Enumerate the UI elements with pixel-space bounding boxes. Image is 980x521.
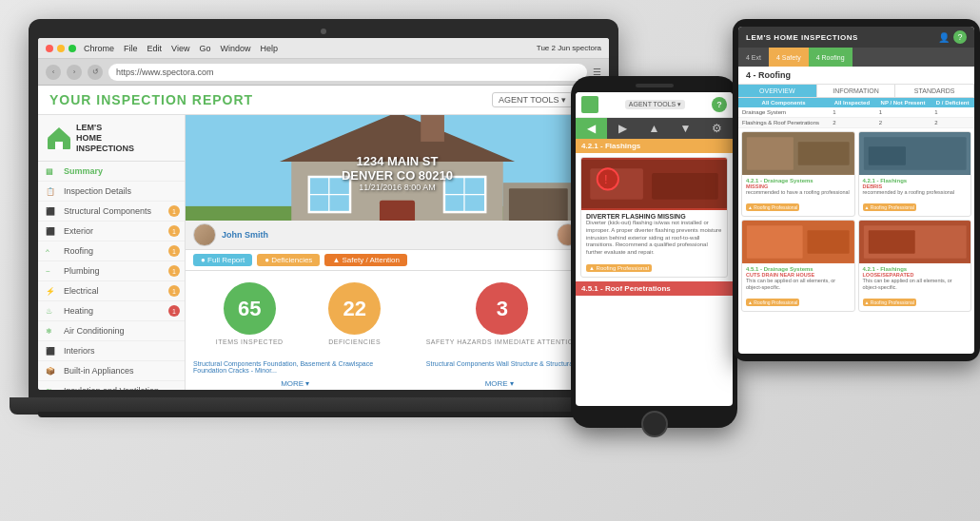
insulation-icon: ≋ (46, 387, 59, 390)
tablet-badge-3: ▲ Roofing Professional (746, 299, 799, 306)
phone-logo (581, 96, 598, 113)
report-tabs: ● Full Report ● Deficiencies ▲ Safety / … (186, 250, 609, 271)
sidebar-item-plumbing[interactable]: ~ Plumbing 1 (38, 261, 185, 281)
tab-safety[interactable]: ▲ Safety / Attention (324, 254, 407, 266)
phone-card-body-1: DIVERTER FLASHING MISSING Diverter (kick… (581, 210, 727, 277)
phone-card-img-1: ! (581, 158, 727, 210)
mac-menu-chrome[interactable]: Chrome (84, 44, 114, 53)
mac-menu-file[interactable]: File (124, 44, 138, 53)
main-content: 1234 MAIN ST DENVER CO 80210 11/21/2016 … (186, 115, 609, 390)
sidebar-item-insulation[interactable]: ≋ Insulation and Ventilation (38, 381, 185, 390)
tablet-card-3: 4.5.1 - Drainage Systems CUTS DRAIN NEAR… (741, 220, 855, 312)
tablet-tab-safety[interactable]: 4 Safety (769, 48, 809, 67)
sidebar-item-air[interactable]: ❄ Air Conditioning (38, 321, 185, 341)
structural-badge: 1 (168, 205, 180, 217)
tablet-sub-tab-information[interactable]: INFORMATION (817, 85, 896, 97)
tablet-user-icon[interactable]: 👤 (938, 32, 950, 43)
svg-rect-32 (808, 230, 850, 253)
refresh-button[interactable]: ↺ (88, 65, 103, 80)
sidebar-item-heating[interactable]: ♨ Heating 1 (38, 301, 185, 321)
phone-nav-settings[interactable]: ⚙ (701, 118, 733, 139)
stat-value-deficiencies: 22 (328, 282, 381, 335)
phone-help-button[interactable]: ? (712, 97, 727, 112)
tablet-tab-ext[interactable]: 4 Ext (738, 48, 769, 67)
svg-rect-35 (868, 230, 914, 253)
phone-nav-tabs: ◀ ▶ ▲ ▼ ⚙ (576, 118, 733, 139)
more-link-1[interactable]: MORE ▾ (281, 379, 309, 388)
phone-screen: AGENT TOOLS ▾ ? ◀ ▶ ▲ ▼ ⚙ 4.2.1 - Flashi… (576, 92, 733, 406)
tablet-screen: LEM'S HOME INSPECTIONS 👤 ? 4 Ext 4 Safet… (738, 27, 974, 354)
tablet-help-icon[interactable]: ? (953, 30, 967, 44)
plumbing-badge: 1 (168, 265, 180, 277)
tablet-card-img-2 (859, 132, 971, 175)
address-city: DENVER CO 80210 (342, 168, 453, 183)
sidebar-item-inspection-details[interactable]: 📋 Inspection Details (38, 182, 185, 202)
heating-icon: ♨ (46, 307, 59, 316)
table-cell-f3: 2 (931, 118, 974, 128)
stat-deficiencies: 22 DEFICIENCIES (328, 282, 381, 345)
phone-card-text-1: Diverter (kick-out) flashing is/was not … (586, 220, 722, 257)
tablet-card-4: 4.2.1 - Flashings LOOSE/SEPARATED This c… (858, 220, 972, 312)
mac-menu-view[interactable]: View (171, 44, 189, 53)
mac-menu-window[interactable]: Window (220, 44, 250, 53)
phone-nav-up[interactable]: ▲ (638, 118, 670, 139)
tab-deficiencies[interactable]: ● Deficiencies (257, 254, 320, 266)
url-bar[interactable]: https://www.spectora.com (108, 64, 587, 81)
tablet-card-desc-1: recommended to have a roofing profession… (746, 189, 851, 196)
roofing-badge: 1 (168, 245, 180, 257)
mac-menu-help[interactable]: Help (260, 44, 278, 53)
minimize-dot[interactable] (57, 45, 65, 52)
sidebar-item-electrical[interactable]: ⚡ Electrical 1 (38, 281, 185, 301)
phone-frame: AGENT TOOLS ▾ ? ◀ ▶ ▲ ▼ ⚙ 4.2.1 - Flashi… (571, 76, 737, 428)
table-cell-d3: 1 (931, 107, 974, 118)
tablet-card-img-1 (742, 132, 854, 175)
mac-menu-go[interactable]: Go (199, 44, 210, 53)
browser-bar: ‹ › ↺ https://www.spectora.com ☰ (38, 59, 609, 86)
more-link-2[interactable]: MORE ▾ (485, 379, 514, 388)
mac-status: Tue 2 Jun spectora (537, 44, 601, 52)
forward-button[interactable]: › (67, 65, 82, 80)
stat-value-safety: 3 (476, 282, 528, 335)
sidebar-label-structural: Structural Components (64, 206, 151, 216)
phone-nav-down[interactable]: ▼ (670, 118, 701, 139)
back-button[interactable]: ‹ (46, 65, 61, 80)
phone-home-button[interactable] (641, 411, 668, 437)
sidebar-item-appliances[interactable]: 📦 Built-in Appliances (38, 361, 185, 381)
agent-tools-button[interactable]: AGENT TOOLS ▾ (492, 92, 573, 107)
sidebar-item-summary[interactable]: ▤ Summary (38, 162, 185, 182)
table-cell-d2: 1 (875, 107, 931, 118)
sidebar-item-interiors[interactable]: ⬛ Interiors (38, 341, 185, 361)
tablet-tab-roofing[interactable]: 4 Roofing (809, 48, 853, 67)
phone-section-title-2: 4.5.1 - Roof Penetrations (576, 281, 733, 296)
tablet-header: LEM'S HOME INSPECTIONS 👤 ? (738, 27, 974, 48)
tab-full-report[interactable]: ● Full Report (193, 254, 252, 266)
sidebar-item-roofing[interactable]: ^ Roofing 1 (38, 241, 185, 261)
close-dot[interactable] (46, 45, 53, 52)
phone-nav-back[interactable]: ◀ (576, 118, 607, 139)
items-list: Structural Components Foundation, Baseme… (186, 357, 609, 377)
stats-row: 65 ITEMS INSPECTED 22 DEFICIENCIES 3 SAF… (186, 271, 609, 357)
sidebar-label-interiors: Interiors (64, 346, 95, 356)
tablet-sub-tab-standards[interactable]: STANDARDS (895, 85, 974, 97)
svg-rect-7 (380, 201, 415, 221)
sidebar-label-electrical: Electrical (64, 286, 99, 296)
sidebar-item-structural[interactable]: ⬛ Structural Components 1 (38, 202, 185, 222)
phone-badge-1: ▲ Roofing Professional (586, 264, 652, 272)
tablet-nav-tabs: 4 Ext 4 Safety 4 Roofing (738, 48, 974, 67)
items-link-1[interactable]: Structural Components Foundation, Baseme… (193, 360, 377, 374)
tablet-badge-1: ▲ Roofing Professional (746, 203, 799, 211)
address-line1: 1234 MAIN ST (342, 154, 453, 168)
svg-rect-25 (747, 137, 794, 169)
mac-menu-edit[interactable]: Edit (147, 44, 163, 53)
report-body: LEM'S HOME INSPECTIONS ▤ Summary 📋 (38, 115, 609, 390)
phone-nav-forward[interactable]: ▶ (607, 118, 638, 139)
sidebar-item-exterior[interactable]: ⬛ Exterior 1 (38, 222, 185, 241)
tablet-data-table: All Components All Inspected NP / Not Pr… (738, 98, 974, 128)
phone-agent-tools-button[interactable]: AGENT TOOLS ▾ (625, 100, 685, 109)
mac-os-bar: Chrome File Edit View Go Window Help Tue… (38, 38, 609, 59)
maximize-dot[interactable] (69, 45, 76, 52)
sidebar-label-roofing: Roofing (64, 246, 93, 256)
tablet-sub-tab-overview[interactable]: OVERVIEW (738, 85, 817, 97)
mac-dots (46, 45, 76, 52)
tablet-frame: LEM'S HOME INSPECTIONS 👤 ? 4 Ext 4 Safet… (733, 19, 980, 361)
